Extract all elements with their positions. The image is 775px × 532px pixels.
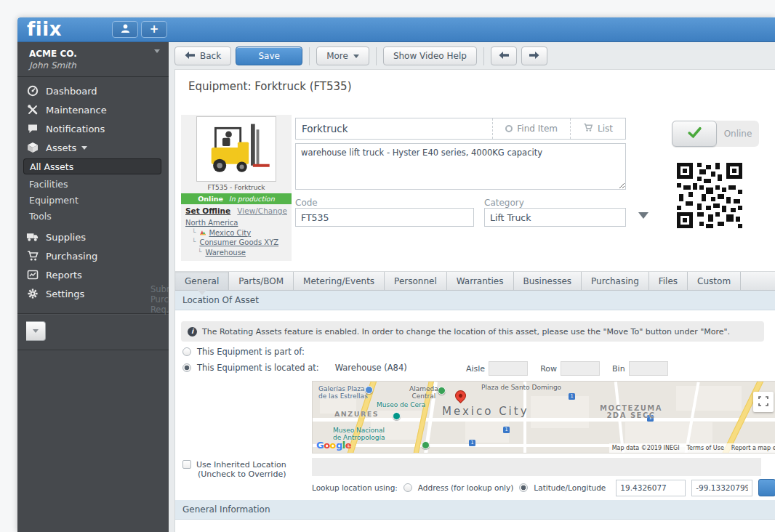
- lookup-label: Lookup location using:: [312, 483, 398, 492]
- toolbar: Back Save More Show Video Help: [174, 45, 547, 67]
- fullscreen-button[interactable]: [753, 392, 774, 412]
- checkmark-icon: [687, 126, 702, 142]
- tab-personnel[interactable]: Personnel: [385, 272, 447, 290]
- truck-icon: [26, 231, 39, 243]
- fiix-logo: fiix: [27, 18, 62, 40]
- tab-custom[interactable]: Custom: [688, 272, 741, 290]
- map[interactable]: Galerías Plaza de las Estrellas ANZURES …: [312, 381, 775, 454]
- code-label: Code: [295, 198, 318, 208]
- longitude-field[interactable]: [691, 480, 752, 496]
- google-logo[interactable]: Google: [316, 440, 351, 451]
- tab-general[interactable]: General: [175, 272, 229, 290]
- user-icon: [120, 23, 131, 36]
- asset-name-field[interactable]: Forktruck: [296, 118, 492, 139]
- arrow-left-icon: [499, 51, 509, 61]
- latitude-field[interactable]: [616, 480, 686, 496]
- tree-business-link[interactable]: Consumer Goods XYZ: [199, 238, 278, 248]
- gauge-icon: [26, 85, 39, 97]
- cart-icon: [26, 250, 39, 262]
- report-map-error-link[interactable]: Report a map err: [731, 445, 775, 451]
- located-at-radio[interactable]: [182, 363, 191, 372]
- user-button[interactable]: [112, 21, 138, 38]
- previous-record-button[interactable]: [491, 47, 517, 65]
- tools-icon: [26, 104, 39, 116]
- asset-description-field[interactable]: warehouse lift truck - Hyster E40 series…: [295, 143, 626, 190]
- sidebar-item-notifications[interactable]: Notifications: [17, 119, 169, 138]
- section-location-of-asset: Location Of Asset: [175, 291, 775, 310]
- category-dropdown-icon[interactable]: [638, 212, 648, 219]
- tab-purchasing[interactable]: Purchasing: [582, 272, 649, 290]
- sidebar-item-maintenance[interactable]: Maintenance: [17, 100, 169, 119]
- part-of-radio[interactable]: [182, 347, 191, 356]
- terms-of-use-link[interactable]: Terms of Use: [687, 445, 724, 451]
- chevron-down-icon: [81, 146, 87, 150]
- aisle-field[interactable]: [489, 361, 528, 376]
- save-button[interactable]: Save: [236, 47, 302, 65]
- category-label: Category: [484, 198, 524, 208]
- qr-code: [677, 163, 742, 228]
- separator: [309, 47, 310, 65]
- list-button[interactable]: List: [570, 118, 625, 139]
- sidebar-item-facilities[interactable]: Facilities: [17, 176, 169, 192]
- status-links: Set Offline View/Change: [181, 204, 292, 217]
- find-item-button[interactable]: Find Item: [492, 118, 570, 139]
- tree-city-link[interactable]: Mexico City: [209, 228, 251, 238]
- arrow-right-icon: [529, 51, 539, 61]
- tree-site-link[interactable]: Warehouse: [205, 248, 246, 258]
- map-city-label: Mexico City: [442, 405, 529, 418]
- next-record-button[interactable]: [521, 47, 547, 65]
- sidebar-item-reports[interactable]: Reports: [17, 265, 169, 284]
- sidebar-item-supplies[interactable]: Supplies: [17, 227, 169, 246]
- metro-marker-icon: [569, 393, 575, 400]
- asset-panel: FT535 - Forktruck Online In production S…: [181, 115, 292, 261]
- chevron-down-icon: [33, 329, 39, 333]
- tree-region-link[interactable]: North America: [185, 218, 238, 228]
- use-inherited-location-row: Use Inherited Location (Uncheck to Overr…: [182, 460, 286, 479]
- map-pin-icon: [393, 412, 401, 420]
- status-badge: Online In production: [181, 193, 292, 204]
- sidebar-item-tools[interactable]: Tools: [17, 208, 169, 224]
- dropdown-toggle[interactable]: [26, 321, 46, 341]
- back-button[interactable]: Back: [174, 47, 231, 65]
- map-pin-icon: [422, 441, 430, 449]
- chat-bubble-icon: [26, 123, 39, 135]
- tab-metering-events[interactable]: Metering/Events: [294, 272, 385, 290]
- view-change-link[interactable]: View/Change: [237, 206, 287, 215]
- latlong-radio[interactable]: [519, 483, 528, 492]
- map-attribution: Map data ©2019 INEGI Terms of Use Report…: [609, 443, 775, 453]
- separator: [483, 47, 484, 65]
- tab-files[interactable]: Files: [649, 272, 688, 290]
- use-inherited-location-checkbox[interactable]: [182, 460, 191, 469]
- inherited-location-bar: [312, 458, 761, 476]
- address-radio[interactable]: [403, 483, 412, 492]
- more-button[interactable]: More: [316, 47, 369, 65]
- asset-image[interactable]: [196, 116, 276, 182]
- report-chart-icon: [26, 269, 39, 281]
- tab-warranties[interactable]: Warranties: [447, 272, 514, 290]
- tab-businesses[interactable]: Businesses: [514, 272, 582, 290]
- company-block[interactable]: ACME CO. John Smith: [17, 42, 169, 77]
- add-button[interactable]: +: [141, 21, 167, 38]
- tab-parts-bom[interactable]: Parts/BOM: [229, 272, 294, 290]
- cart-icon: [583, 123, 593, 134]
- submit-purchase-request-button[interactable]: Submit Purchase Req...: [26, 321, 160, 341]
- located-at-radio-row: This Equipment is located at: Warehouse …: [182, 363, 407, 373]
- sidebar-item-settings[interactable]: Settings: [17, 284, 169, 303]
- bin-field[interactable]: [629, 361, 668, 376]
- map-pin-icon: [438, 387, 446, 395]
- located-at-value: Warehouse (A84): [335, 363, 407, 373]
- sidebar-item-assets[interactable]: Assets: [17, 138, 169, 157]
- sidebar-item-dashboard[interactable]: Dashboard: [17, 81, 169, 100]
- sidebar-item-equipment[interactable]: Equipment: [17, 192, 169, 208]
- code-field[interactable]: [295, 208, 474, 227]
- row-field[interactable]: [561, 361, 600, 376]
- sidebar-item-all-assets[interactable]: All Assets: [23, 158, 161, 174]
- show-video-help-button[interactable]: Show Video Help: [383, 47, 477, 65]
- category-field[interactable]: [484, 208, 626, 227]
- set-offline-link[interactable]: Set Offline: [185, 206, 230, 215]
- online-toggle-label: Online: [717, 121, 759, 147]
- online-check-button[interactable]: [672, 121, 717, 147]
- box-icon: [26, 142, 39, 154]
- sidebar-item-purchasing[interactable]: Purchasing: [17, 246, 169, 265]
- lookup-go-button[interactable]: [758, 479, 775, 496]
